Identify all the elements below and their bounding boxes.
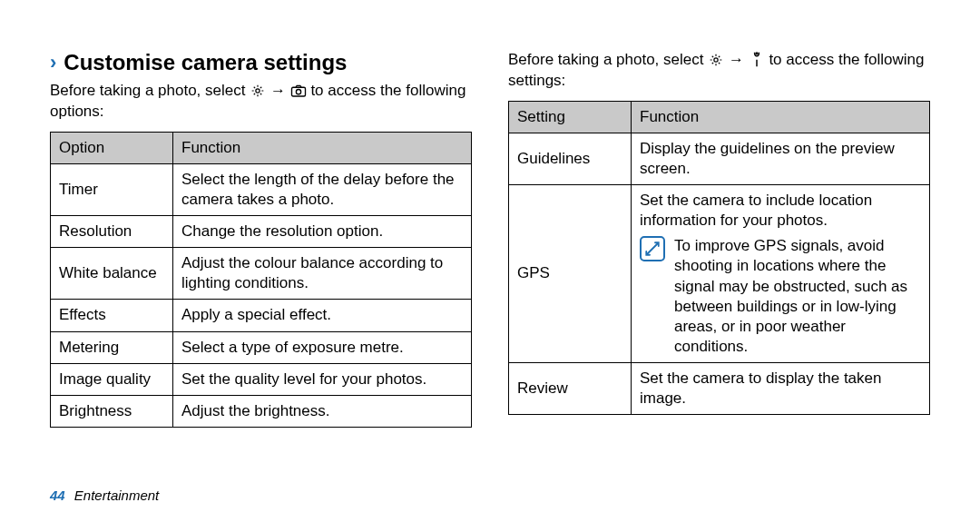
settings-table: Setting Function Guidelines Display the … (508, 101, 930, 415)
svg-rect-1 (291, 87, 305, 96)
table-row: ResolutionChange the resolution option. (51, 216, 472, 248)
table-row: White balanceAdjust the colour balance a… (51, 248, 472, 300)
table-row: TimerSelect the length of the delay befo… (51, 163, 472, 215)
cell: Timer (51, 163, 173, 215)
options-col-function: Function (173, 132, 472, 163)
cell: Set the quality level for your photos. (173, 363, 472, 395)
table-row: Review Set the camera to display the tak… (509, 362, 930, 414)
table-row: BrightnessAdjust the brightness. (51, 395, 472, 427)
gps-text: Set the camera to include location infor… (640, 191, 921, 231)
options-table-header-row: Option Function (51, 132, 472, 163)
svg-point-0 (256, 89, 260, 93)
table-row: Image qualitySet the quality level for y… (51, 363, 472, 395)
settings-col-function: Function (632, 101, 930, 133)
cell: Effects (51, 300, 173, 331)
arrow-symbol: → (270, 82, 286, 99)
cell: Brightness (51, 395, 173, 427)
section-name: Entertainment (74, 488, 159, 503)
gear-icon (250, 83, 266, 99)
arrow-symbol: → (729, 51, 744, 68)
section-heading: › Customise camera settings (50, 50, 472, 75)
svg-point-3 (714, 58, 718, 62)
table-row: MeteringSelect a type of exposure metre. (51, 331, 472, 363)
cell: Adjust the brightness. (173, 395, 472, 427)
tool-icon (749, 51, 765, 67)
cell: Set the camera to display the taken imag… (632, 362, 930, 414)
cell: Review (509, 362, 632, 414)
options-col-option: Option (51, 132, 173, 163)
intro-right: Before taking a photo, select → to acces… (508, 50, 930, 92)
left-column: › Customise camera settings Before takin… (50, 50, 472, 428)
camera-icon (290, 83, 307, 99)
heading-text: Customise camera settings (64, 50, 347, 75)
note-icon (640, 236, 665, 261)
cell: Adjust the colour balance according to l… (173, 248, 472, 300)
heading-chevron-icon: › (50, 53, 56, 73)
settings-table-header-row: Setting Function (509, 101, 930, 133)
cell: Select a type of exposure metre. (173, 331, 472, 363)
right-column: Before taking a photo, select → to acces… (508, 50, 930, 428)
cell: Image quality (51, 363, 173, 395)
cell: Change the resolution option. (173, 216, 472, 248)
gps-note-text: To improve GPS signals, avoid shooting i… (674, 236, 921, 357)
intro-left: Before taking a photo, select → to acces… (50, 81, 472, 123)
page-number: 44 (50, 488, 65, 503)
svg-point-4 (756, 53, 758, 54)
table-row: Guidelines Display the guidelines on the… (509, 133, 930, 184)
table-row: GPS Set the camera to include location i… (509, 185, 930, 363)
cell: Apply a special effect. (173, 300, 472, 331)
page-footer: 44 Entertainment (50, 488, 159, 503)
settings-col-setting: Setting (509, 101, 632, 133)
cell: Select the length of the delay before th… (173, 163, 472, 215)
gear-icon (708, 52, 724, 68)
cell: GPS (509, 185, 632, 363)
cell: Set the camera to include location infor… (632, 185, 930, 363)
cell: Resolution (51, 216, 173, 248)
intro-right-pre: Before taking a photo, select (508, 51, 708, 68)
cell: White balance (51, 248, 173, 300)
options-table: Option Function TimerSelect the length o… (50, 132, 472, 428)
svg-point-2 (296, 90, 300, 94)
cell: Metering (51, 331, 173, 363)
table-row: EffectsApply a special effect. (51, 300, 472, 331)
gps-note: To improve GPS signals, avoid shooting i… (640, 236, 921, 357)
intro-left-pre: Before taking a photo, select (50, 82, 250, 99)
cell: Display the guidelines on the preview sc… (632, 133, 930, 184)
cell: Guidelines (509, 133, 632, 184)
